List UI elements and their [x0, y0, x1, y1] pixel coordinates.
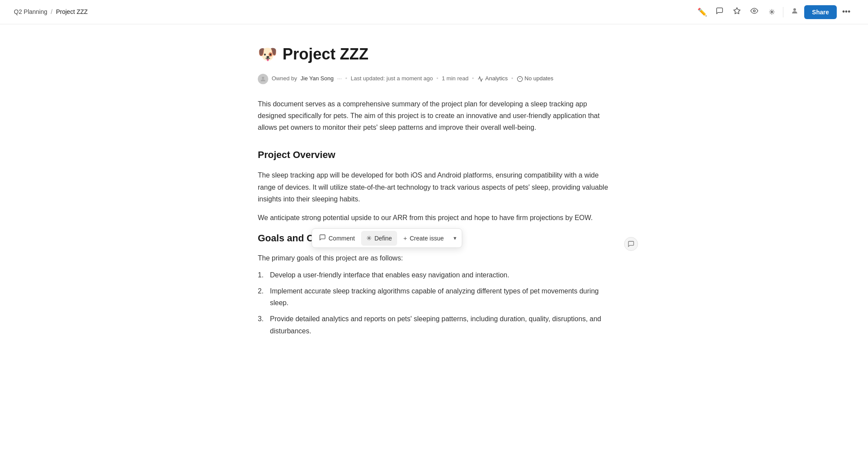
top-nav: Q2 Planning / Project ZZZ ✏️ ✳ — [0, 0, 868, 24]
floating-toolbar: Comment ✳ Define + Create issue ▾ — [312, 228, 462, 248]
page-title: Project ZZZ — [283, 42, 368, 67]
list-item: 1. Develop a user-friendly interface tha… — [258, 269, 610, 281]
star-icon — [733, 7, 741, 17]
overview-p1: The sleep tracking app will be developed… — [258, 169, 610, 205]
meta-sep-1: • — [345, 74, 348, 83]
breadcrumb-parent[interactable]: Q2 Planning — [14, 7, 47, 16]
main-content: 🐶 Project ZZZ Owned by Jie Yan Song ··· … — [247, 24, 621, 376]
comment-toolbar-label: Comment — [329, 235, 355, 242]
goal-2: Implement accurate sleep tracking algori… — [270, 287, 598, 306]
owner-name[interactable]: Jie Yan Song — [301, 74, 334, 83]
list-item: 3. Provide detailed analytics and report… — [258, 313, 610, 336]
list-num-2: 2. — [258, 285, 263, 297]
avatar — [258, 74, 268, 84]
meta-row: Owned by Jie Yan Song ··· • Last updated… — [258, 74, 610, 84]
comment-toolbar-icon — [319, 234, 326, 242]
chevron-down-icon: ▾ — [454, 235, 457, 241]
plus-icon: + — [403, 234, 407, 242]
nav-actions: ✏️ ✳ Share ••• — [694, 4, 854, 20]
create-issue-toolbar-button[interactable]: + Create issue — [398, 231, 449, 245]
inline-comment-icon[interactable] — [624, 237, 638, 251]
ai-button[interactable]: ✳ — [764, 4, 779, 20]
page-title-row: 🐶 Project ZZZ — [258, 42, 610, 67]
share-button[interactable]: Share — [804, 5, 837, 19]
define-toolbar-icon: ✳ — [366, 234, 372, 242]
edit-button[interactable]: ✏️ — [694, 4, 710, 20]
last-updated: Last updated: just a moment ago — [351, 74, 433, 83]
define-toolbar-label: Define — [375, 235, 392, 242]
create-issue-toolbar-label: Create issue — [410, 235, 444, 242]
goals-list: 1. Develop a user-friendly interface tha… — [258, 269, 610, 337]
goals-intro: The primary goals of this project are as… — [258, 253, 610, 264]
list-num-1: 1. — [258, 269, 263, 281]
toolbar-dropdown-button[interactable]: ▾ — [450, 231, 460, 245]
svg-point-1 — [753, 10, 756, 12]
owner-label: Owned by — [272, 74, 297, 83]
svg-point-2 — [793, 8, 796, 11]
comment-button[interactable] — [712, 4, 727, 20]
svg-marker-0 — [734, 8, 740, 14]
meta-sep-3: • — [472, 74, 474, 83]
read-time: 1 min read — [442, 74, 468, 83]
list-item: 2. Implement accurate sleep tracking alg… — [258, 285, 610, 309]
no-updates-label: No updates — [525, 74, 554, 83]
goal-3: Provide detailed analytics and reports o… — [270, 315, 601, 334]
breadcrumb-separator: / — [51, 7, 53, 16]
profile-button[interactable] — [787, 4, 802, 20]
meta-sep-4: • — [511, 74, 513, 83]
comment-icon — [716, 7, 723, 17]
overview-heading: Project Overview — [258, 147, 610, 162]
svg-point-3 — [262, 76, 264, 79]
eye-icon — [750, 7, 758, 17]
more-icon: ••• — [842, 7, 851, 16]
analytics-label: Analytics — [485, 74, 508, 83]
profile-icon — [791, 7, 799, 17]
ai-icon: ✳ — [769, 7, 775, 17]
edit-icon: ✏️ — [697, 7, 707, 17]
meta-sep-2: • — [436, 74, 438, 83]
define-toolbar-button[interactable]: ✳ Define — [361, 231, 397, 246]
goal-1: Develop a user-friendly interface that e… — [270, 271, 509, 279]
list-num-3: 3. — [258, 313, 263, 325]
owner-more-button[interactable]: ··· — [337, 74, 342, 83]
watch-button[interactable] — [746, 4, 762, 20]
intro-text: This document serves as a comprehensive … — [258, 98, 610, 134]
comment-toolbar-button[interactable]: Comment — [314, 230, 360, 246]
breadcrumb: Q2 Planning / Project ZZZ — [14, 7, 88, 16]
nav-divider — [783, 7, 783, 17]
page-emoji: 🐶 — [258, 42, 277, 67]
star-button[interactable] — [729, 4, 745, 20]
no-updates-link[interactable]: No updates — [517, 74, 554, 83]
more-button[interactable]: ••• — [838, 4, 854, 20]
breadcrumb-current: Project ZZZ — [56, 7, 88, 16]
overview-p2: We anticipate strong potential upside to… — [258, 212, 610, 224]
analytics-link[interactable]: Analytics — [477, 74, 508, 83]
